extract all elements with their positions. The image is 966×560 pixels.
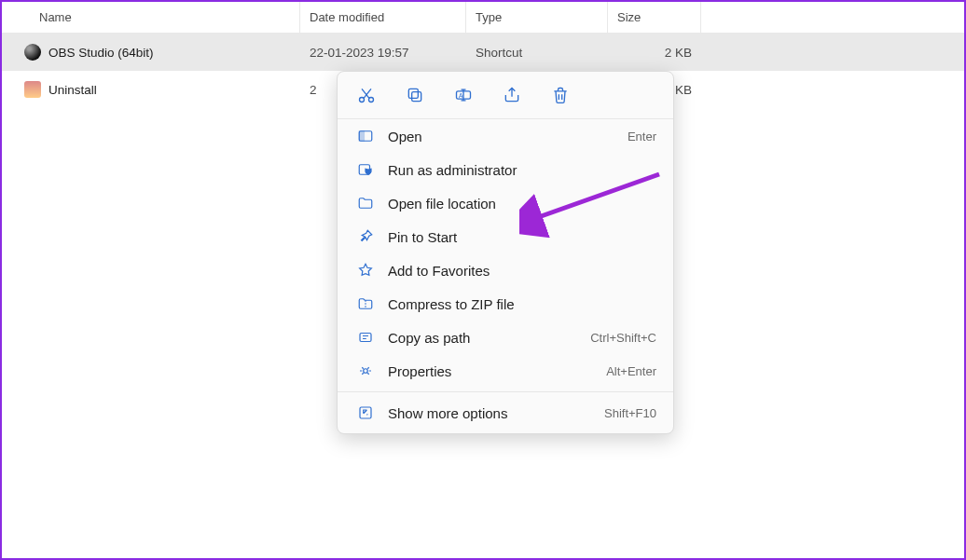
- menu-item-label: Properties: [388, 363, 593, 379]
- star-icon: [356, 261, 375, 280]
- column-header-type[interactable]: Type: [466, 2, 608, 33]
- open-icon: [356, 127, 375, 145]
- properties-icon: [356, 362, 375, 380]
- svg-rect-3: [408, 89, 418, 98]
- menu-item-show-more-options[interactable]: Show more options Shift+F10: [338, 396, 673, 430]
- obs-icon: [24, 44, 41, 61]
- menu-item-accelerator: Enter: [628, 130, 656, 143]
- svg-point-10: [364, 369, 368, 374]
- pin-icon: [356, 227, 375, 246]
- admin-shield-icon: [356, 160, 375, 179]
- file-type-label: Shortcut: [466, 46, 608, 60]
- file-size-label: 2 KB: [608, 46, 701, 60]
- column-header-date[interactable]: Date modified: [300, 2, 466, 33]
- column-header-row: Name Date modified Type Size: [2, 2, 964, 34]
- menu-item-accelerator: Shift+F10: [604, 406, 656, 420]
- svg-rect-2: [412, 92, 421, 102]
- file-row[interactable]: OBS Studio (64bit) 22-01-2023 19:57 Shor…: [2, 34, 964, 71]
- svg-point-0: [360, 98, 365, 102]
- menu-item-accelerator: Ctrl+Shift+C: [590, 331, 656, 345]
- menu-item-compress-to-zip[interactable]: Compress to ZIP file: [338, 287, 673, 321]
- column-header-name[interactable]: Name: [2, 2, 300, 33]
- context-menu: A Open Enter Run as administrator Open f…: [337, 71, 674, 434]
- svg-rect-11: [360, 407, 371, 418]
- menu-item-accelerator: Alt+Enter: [606, 364, 656, 378]
- svg-rect-7: [359, 131, 364, 142]
- menu-item-label: Open file location: [388, 196, 643, 212]
- file-name-label: OBS Studio (64bit): [48, 46, 154, 60]
- svg-text:A: A: [459, 92, 463, 99]
- menu-item-properties[interactable]: Properties Alt+Enter: [338, 354, 673, 388]
- menu-item-label: Show more options: [388, 405, 591, 421]
- file-date-label: 22-01-2023 19:57: [300, 46, 466, 60]
- zip-icon: [356, 294, 375, 313]
- menu-item-copy-as-path[interactable]: Copy as path Ctrl+Shift+C: [338, 321, 673, 354]
- menu-item-label: Compress to ZIP file: [388, 296, 643, 312]
- menu-item-label: Pin to Start: [388, 229, 643, 245]
- menu-item-label: Run as administrator: [388, 162, 643, 178]
- copy-path-icon: [356, 328, 375, 347]
- menu-item-pin-to-start[interactable]: Pin to Start: [338, 220, 673, 253]
- menu-item-add-to-favorites[interactable]: Add to Favorites: [338, 253, 673, 287]
- more-options-icon: [356, 403, 375, 422]
- menu-item-open[interactable]: Open Enter: [338, 119, 673, 153]
- menu-item-run-as-administrator[interactable]: Run as administrator: [338, 153, 673, 186]
- svg-point-1: [369, 98, 374, 102]
- share-icon[interactable]: [502, 85, 522, 105]
- file-name-label: Uninstall: [48, 83, 97, 97]
- menu-item-label: Copy as path: [388, 330, 577, 346]
- folder-icon: [356, 194, 375, 212]
- delete-icon[interactable]: [550, 85, 571, 105]
- menu-item-open-file-location[interactable]: Open file location: [338, 186, 673, 220]
- cut-icon[interactable]: [356, 85, 377, 105]
- copy-icon[interactable]: [405, 85, 425, 105]
- uninstall-icon: [24, 81, 41, 98]
- column-header-size[interactable]: Size: [608, 2, 701, 33]
- svg-rect-9: [360, 334, 371, 342]
- menu-item-label: Open: [388, 129, 614, 144]
- menu-item-label: Add to Favorites: [388, 263, 643, 279]
- rename-icon[interactable]: A: [453, 85, 474, 105]
- menu-separator: [338, 391, 673, 392]
- context-menu-iconbar: A: [338, 72, 673, 119]
